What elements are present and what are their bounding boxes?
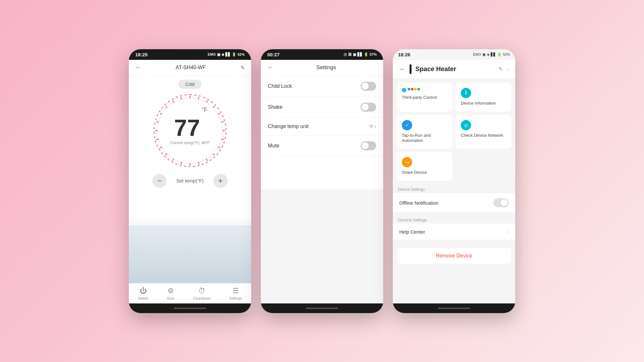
wifi-icon: ▣: [217, 52, 220, 57]
settings-item-tempunit[interactable]: Change temp unit °F ›: [261, 118, 383, 135]
location-icon-3: ◈: [487, 52, 489, 57]
svg-line-6: [218, 113, 220, 115]
childlock-label: Child Lock: [268, 83, 292, 89]
settings-title: Settings: [276, 64, 377, 71]
svg-line-17: [166, 153, 167, 155]
signal-icon-2: ▋▋: [357, 52, 363, 57]
general-settings-title: General Settings: [393, 215, 515, 224]
battery-icon-3: 🔋: [497, 52, 502, 57]
footer-switch[interactable]: ⏻ Switch: [138, 287, 148, 300]
footer-gear[interactable]: ⚙ Gear: [167, 287, 175, 300]
temp-unit: °F: [202, 107, 207, 113]
gear-icon: ⚙: [167, 287, 174, 295]
grid-item-share[interactable]: ↪ Share Device: [397, 152, 452, 181]
offline-label: Offline Notification: [399, 200, 438, 206]
svg-line-21: [156, 122, 159, 122]
device-settings-title: Device Settings: [393, 185, 515, 193]
back-button-2[interactable]: ←: [267, 64, 273, 71]
automation-label: Tap-to-Run and Automation: [402, 133, 447, 144]
svg-line-22: [160, 113, 162, 115]
status-icons-3: EMO ▣ ◈ ▋▋ 🔋 62%: [473, 52, 510, 57]
device-icon-bar: [410, 64, 412, 74]
empty-area-2: [261, 190, 383, 303]
home-indicator-3: [438, 308, 470, 309]
decrease-temp-button[interactable]: −: [152, 174, 166, 188]
childlock-toggle[interactable]: [361, 82, 376, 91]
background-image: [129, 219, 251, 283]
link-icon: ⛓: [348, 52, 352, 56]
help-center-item[interactable]: Help Center ›: [393, 224, 515, 240]
svg-line-25: [181, 97, 182, 99]
home-bar-3: [393, 303, 515, 313]
svg-line-4: [206, 100, 207, 103]
set-temp-value: 77: [174, 116, 200, 139]
automation-icon: ✓: [402, 120, 412, 130]
svg-line-15: [181, 162, 182, 164]
offline-notification-section: Offline Notification: [393, 193, 515, 213]
battery-icon: 🔋: [232, 52, 236, 57]
mute-toggle[interactable]: [361, 141, 376, 150]
svg-line-16: [173, 158, 174, 161]
thermostat-inner: 77 °F Current temp(°F): 68°F: [158, 98, 222, 163]
mute-label: Mute: [268, 143, 279, 149]
gear-label: Gear: [167, 296, 175, 300]
footer-countdown[interactable]: ⏱ Countdown: [193, 287, 211, 300]
home-bar-1: [129, 303, 251, 313]
home-indicator-1: [174, 308, 206, 309]
back-button-3[interactable]: ←: [399, 65, 406, 73]
settings-list: Child Lock Shake Change temp unit °F › M…: [261, 76, 383, 190]
offline-toggle[interactable]: [493, 198, 509, 207]
home-indicator-2: [306, 308, 338, 309]
phone-3: 18:26 EMO ▣ ◈ ▋▋ 🔋 62% ← Space Heater ✎ …: [393, 49, 515, 313]
temp-display: 77 °F: [174, 116, 206, 139]
time-3: 18:26: [398, 52, 410, 57]
device-name-title: AT-SH40-WF: [176, 65, 206, 70]
signal-icon: ▋▋: [225, 52, 231, 57]
svg-line-13: [198, 162, 199, 164]
phone-1: 18:25 EMO ▣ ◈ ▋▋ 🔋 62% ← AT-SH40-WF ✎ Co…: [129, 49, 251, 313]
shake-toggle[interactable]: [361, 103, 376, 112]
bg-trees: [129, 225, 251, 283]
back-button-1[interactable]: ←: [135, 64, 141, 71]
svg-line-11: [213, 153, 215, 155]
network-label: Check Device Network: [461, 133, 506, 138]
phone1-header: ← AT-SH40-WF ✎: [129, 60, 251, 76]
status-bar-3: 18:26 EMO ▣ ◈ ▋▋ 🔋 62%: [393, 49, 515, 60]
phone1-footer: ⏻ Switch ⚙ Gear ⏱ Countdown ☰ Settings: [129, 283, 251, 303]
signal-icon-3: ▋▋: [491, 52, 496, 57]
chevron-right-icon: ›: [374, 124, 376, 129]
battery-icon-2: 🔋: [364, 52, 368, 57]
grid-item-network[interactable]: ◎ Check Device Network: [456, 115, 511, 149]
phone3-header: ← Space Heater ✎ ›: [393, 60, 515, 79]
footer-settings[interactable]: ☰ Settings: [229, 287, 242, 300]
wifi-icon-3: ▣: [482, 52, 486, 57]
phone-2: 00:27 ◷ ⛓ ▣ ▋▋ 🔋 57% ← Settings Child Lo…: [261, 49, 383, 313]
increase-temp-button[interactable]: +: [213, 174, 228, 188]
forward-icon-3[interactable]: ›: [507, 65, 509, 73]
set-temp-label: Set temp(°F): [176, 178, 204, 183]
tempunit-label: Change temp unit: [268, 124, 308, 129]
brand-3: EMO: [473, 52, 481, 56]
time-1: 18:25: [135, 52, 147, 57]
help-right: ›: [507, 229, 509, 235]
remove-device-button[interactable]: Remove Device: [397, 248, 511, 264]
phone1-main: Cold: [129, 76, 251, 283]
grid-item-automation[interactable]: ✓ Tap-to-Run and Automation: [397, 115, 452, 149]
help-section: Help Center ›: [393, 224, 515, 240]
settings-icon: ☰: [232, 287, 239, 295]
phone2-header: ← Settings: [261, 60, 383, 76]
svg-line-7: [221, 122, 224, 122]
remove-section: Remove Device: [393, 243, 515, 269]
brand-1: EMO: [208, 52, 216, 56]
grid-item-thirdparty[interactable]: Third-party Control: [397, 83, 452, 112]
settings-item-childlock: Child Lock: [261, 76, 383, 97]
countdown-label: Countdown: [193, 296, 211, 300]
status-icons-1: EMO ▣ ◈ ▋▋ 🔋 62%: [208, 52, 245, 57]
grid-item-info[interactable]: i Device Information: [456, 83, 511, 112]
edit-icon-3[interactable]: ✎: [498, 66, 503, 72]
help-chevron: ›: [507, 229, 509, 235]
edit-icon-1[interactable]: ✎: [241, 65, 245, 71]
settings-item-mute: Mute: [261, 135, 383, 156]
switch-label: Switch: [138, 296, 148, 300]
cold-badge: Cold: [178, 80, 202, 89]
